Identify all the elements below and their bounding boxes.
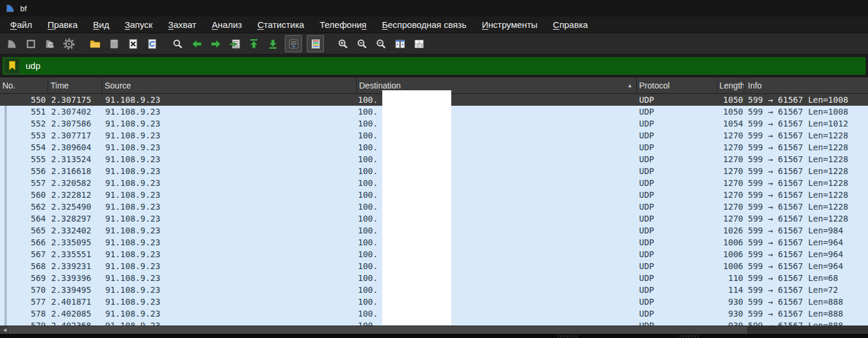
cell-no: 570 [8,284,48,296]
menu-item-edit[interactable]: Правка [40,17,86,33]
fin-icon [6,38,18,50]
cell-proto: UDP [637,129,718,141]
related-packets-gutter [0,248,8,260]
title-bar: bf [0,0,868,17]
cell-src: 91.108.9.23 [102,308,357,320]
menu-item-go[interactable]: Запуск [117,17,161,33]
menu-item-capture[interactable]: Захват [161,17,205,33]
cell-time: 2.307586 [48,118,102,129]
menu-item-help[interactable]: Справка [545,17,596,33]
cell-len: 1270 [718,177,744,189]
cell-proto: UDP [637,272,718,284]
toolbar-go-to-packet-button[interactable] [227,36,243,52]
menu-item-file[interactable]: Файл [2,17,40,33]
scroll-left-button[interactable]: ◀ [0,326,10,334]
display-filter-input[interactable]: udp [2,57,866,75]
cell-proto: UDP [637,201,718,213]
menu-item-view[interactable]: Вид [86,17,117,33]
column-header-src[interactable]: Source [102,77,357,93]
related-packets-gutter [0,141,8,153]
column-header-info[interactable]: Info [744,77,868,93]
related-packets-gutter [0,177,8,189]
toolbar-start-capture-button[interactable] [4,36,20,52]
find-icon [172,38,184,50]
cell-proto: UDP [637,141,718,153]
related-packets-gutter [0,94,8,106]
menu-item-analyze[interactable]: Анализ [204,17,250,33]
cell-info: 599 → 61567 Len=964 [744,236,868,248]
cell-info: 599 → 61567 Len=1228 [744,129,868,141]
related-packets-gutter [0,213,8,225]
cell-info: 599 → 61567 Len=1228 [744,201,868,213]
cell-src: 91.108.9.23 [102,248,357,260]
column-header-no[interactable]: No. [0,77,48,93]
horizontal-scrollbar[interactable]: ◀ [0,326,868,334]
related-packets-gutter [0,308,8,320]
column-label: Info [748,81,762,90]
layout-icon [413,38,425,50]
cell-src: 91.108.9.23 [102,320,357,326]
cell-len: 110 [718,272,744,284]
arrow-left-icon [191,38,203,50]
toolbar-open-file-button[interactable] [87,36,103,52]
toolbar-layout-123-button[interactable] [411,36,427,52]
related-packets-gutter [0,272,8,284]
toolbar-go-last-packet-button[interactable] [265,36,281,52]
cell-time: 2.309604 [48,141,102,153]
toolbar-stop-capture-button[interactable] [23,36,39,52]
cell-proto: UDP [637,225,718,236]
menu-item-statistics[interactable]: Статистика [250,17,312,33]
cell-src: 91.108.9.23 [102,284,357,296]
cell-src: 91.108.9.23 [102,165,357,177]
toolbar-reload-file-button[interactable] [144,36,160,52]
cell-src: 91.108.9.23 [102,106,357,118]
scrollbar-thumb[interactable] [10,326,747,334]
toolbar-auto-scroll-button[interactable] [285,35,302,52]
menu-item-telephony[interactable]: Телефония [312,17,375,33]
toolbar-colorize-button[interactable] [307,35,324,52]
column-header-time[interactable]: Time [48,77,102,93]
column-header-proto[interactable]: Protocol [637,77,718,93]
column-label: Destination [359,81,401,90]
cell-no: 565 [8,225,48,236]
arrow-right-icon [210,38,222,50]
filter-value: udp [26,61,40,71]
toolbar-restart-capture-button[interactable] [42,36,58,52]
cell-info: 599 → 61567 Len=888 [744,308,868,320]
menu-item-wireless[interactable]: Беспроводная связь [374,17,474,33]
toolbar-go-back-button[interactable] [189,36,205,52]
toolbar-go-forward-button[interactable] [208,36,224,52]
cell-src: 91.108.9.23 [102,118,357,129]
cell-time: 2.325490 [48,201,102,213]
cell-info: 599 → 61567 Len=1228 [744,213,868,225]
cell-len: 930 [718,308,744,320]
cell-no: 567 [8,248,48,260]
toolbar-go-first-packet-button[interactable] [246,36,262,52]
toolbar-close-file-button[interactable] [125,36,141,52]
menu-bar: ФайлПравкаВидЗапускЗахватАнализСтатистик… [0,17,868,33]
cell-len: 1006 [718,260,744,272]
toolbar-zoom-normal-button[interactable] [373,36,389,52]
toolbar-resize-columns-button[interactable] [392,36,408,52]
cell-time: 2.401871 [48,296,102,308]
related-packets-gutter [0,284,8,296]
toolbar-find-packet-button[interactable] [170,36,186,52]
toolbar-zoom-in-button[interactable] [335,36,351,52]
toolbar-save-file-button[interactable] [106,36,122,52]
goto-icon [229,38,241,50]
cell-no: 552 [8,118,48,129]
column-header-len[interactable]: Length [718,77,744,93]
filter-bookmark-button[interactable] [4,58,20,74]
toolbar-zoom-out-button[interactable] [354,36,370,52]
menu-item-tools[interactable]: Инструменты [474,17,546,33]
toolbar-capture-options-button[interactable] [61,36,77,52]
cell-info: 599 → 61567 Len=1228 [744,141,868,153]
cell-src: 91.108.9.23 [102,177,357,189]
cell-time: 2.328297 [48,213,102,225]
cell-len: 930 [718,320,744,326]
cell-info: 599 → 61567 Len=1228 [744,165,868,177]
cell-len: 1050 [718,106,744,118]
cell-no: 554 [8,141,48,153]
related-packets-gutter [0,153,8,165]
cell-src: 91.108.9.23 [102,129,357,141]
